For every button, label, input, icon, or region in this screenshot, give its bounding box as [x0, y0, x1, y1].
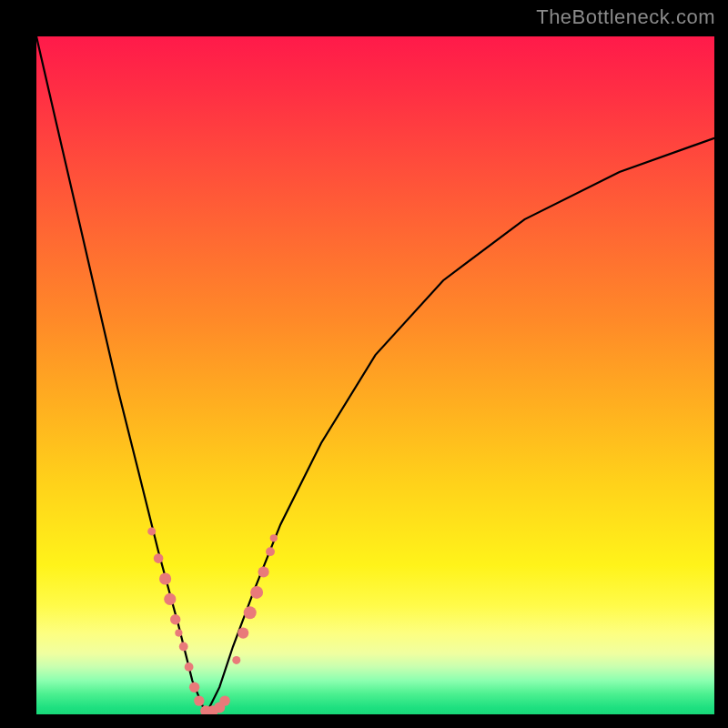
- page-frame: TheBottleneck.com: [0, 0, 728, 728]
- marker-point: [270, 534, 278, 541]
- marker-point: [266, 547, 275, 556]
- marker-point: [170, 614, 180, 624]
- plot-area: [36, 36, 714, 714]
- marker-point: [175, 630, 182, 637]
- chart-svg: [36, 36, 714, 714]
- marker-point: [219, 695, 229, 705]
- watermark-text: TheBottleneck.com: [536, 5, 715, 29]
- marker-point: [244, 606, 257, 619]
- marker-point: [189, 682, 199, 693]
- marker-point: [179, 642, 188, 652]
- marker-point: [164, 593, 176, 605]
- marker-point: [154, 553, 164, 563]
- bottleneck-curve: [36, 36, 714, 714]
- marker-point: [147, 527, 156, 535]
- marker-point: [250, 586, 263, 599]
- marker-point: [232, 656, 240, 664]
- marker-point: [194, 695, 204, 705]
- marker-point: [185, 662, 194, 672]
- marker-point: [238, 628, 248, 639]
- marker-point: [159, 572, 171, 584]
- marker-point: [258, 566, 269, 577]
- highlighted-markers: [147, 527, 278, 714]
